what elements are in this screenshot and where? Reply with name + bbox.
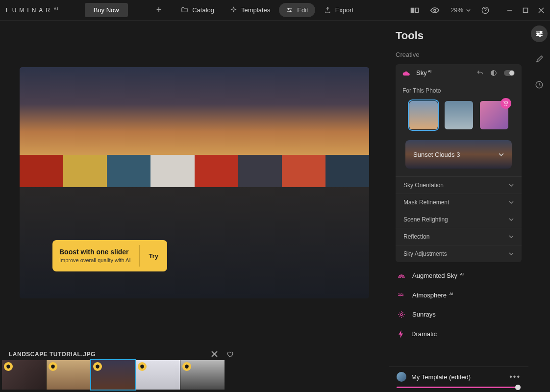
maximize-icon[interactable] (523, 7, 528, 13)
tool-sunrays[interactable]: Sunrays (396, 305, 522, 324)
cart-badge[interactable] (500, 98, 511, 109)
sliders-icon (286, 6, 293, 14)
svg-rect-4 (411, 8, 414, 12)
rainbow-icon (398, 273, 405, 279)
nav-templates-label: Templates (241, 6, 270, 14)
folder-icon (181, 6, 188, 14)
reject-icon[interactable] (211, 351, 218, 357)
boost-subtitle: Improve overall quality with AI (59, 257, 134, 264)
waves-icon (398, 292, 405, 298)
thumb-1[interactable] (2, 360, 46, 390)
rail-history-button[interactable] (531, 76, 548, 93)
chevron-down-icon (509, 218, 514, 221)
chevron-down-icon (499, 153, 504, 156)
main-photo[interactable]: Boost with one slider Improve overall qu… (20, 67, 369, 298)
svg-point-2 (288, 8, 290, 10)
section-creative: Creative (396, 51, 522, 58)
nav-export-label: Export (335, 6, 354, 14)
acc-scene-relighting[interactable]: Scene Relighting (396, 211, 522, 228)
adjust-icon (535, 30, 544, 37)
tool-augmented-sky[interactable]: Augmented Sky AI (396, 266, 522, 285)
thumb-2[interactable] (47, 360, 91, 390)
preview-icon[interactable] (430, 7, 440, 14)
brush-icon (535, 55, 544, 64)
tool-augmented-label: Augmented Sky AI (412, 272, 520, 279)
tool-sunrays-label: Sunrays (412, 311, 520, 318)
bolt-icon (398, 330, 404, 338)
buy-now-button[interactable]: Buy Now (85, 3, 128, 17)
nav-catalog-label: Catalog (192, 6, 214, 14)
thumb-3[interactable] (91, 360, 135, 390)
sky-tool-name: SkyAI (416, 69, 471, 76)
filmstrip (2, 360, 225, 390)
acc-sky-adjustments[interactable]: Sky Adjustments (396, 245, 522, 262)
topbar-right: 29% (410, 6, 544, 14)
chevron-down-icon (509, 252, 514, 255)
template-bar: My Template (edited) ••• (389, 367, 528, 392)
panel-title: Tools (396, 29, 522, 42)
compare-icon[interactable] (410, 7, 419, 14)
undo-icon[interactable] (476, 70, 483, 76)
nav-templates[interactable]: Templates (223, 3, 277, 17)
rail-brush-button[interactable] (531, 51, 548, 68)
acc-sky-orientation[interactable]: Sky Orientation (396, 177, 522, 194)
nav-edit[interactable]: Edit (279, 3, 315, 17)
sky-thumb-3[interactable] (480, 101, 508, 129)
template-menu-button[interactable]: ••• (509, 372, 521, 381)
help-icon[interactable] (481, 6, 489, 14)
thumb-4[interactable] (136, 360, 180, 390)
favorite-icon[interactable] (226, 351, 233, 358)
sky-tool-card: SkyAI For This Photo Sunset Cloud (396, 64, 522, 262)
zoom-control[interactable]: 29% (450, 6, 471, 14)
sky-toggle[interactable] (504, 70, 515, 76)
chevron-down-icon (509, 184, 514, 187)
svg-point-21 (539, 35, 541, 36)
filename-bar: LANDSCAPE TUTORIAL.JPG (9, 351, 389, 358)
add-button[interactable]: + (153, 5, 165, 15)
history-icon (535, 80, 544, 89)
boost-title: Boost with one slider (59, 248, 134, 256)
acc-mask-refinement[interactable]: Mask Refinement (396, 194, 522, 211)
svg-rect-9 (524, 8, 528, 12)
topbar: LUMINARAI Buy Now + Catalog Templates Ed… (0, 0, 550, 21)
nav-export[interactable]: Export (317, 3, 361, 17)
for-this-photo-label: For This Photo (402, 87, 515, 94)
svg-rect-5 (415, 8, 418, 12)
sparkle-icon (230, 6, 237, 14)
tool-atmosphere-label: Atmosphere AI (412, 292, 520, 299)
svg-point-19 (540, 31, 542, 33)
nav-catalog[interactable]: Catalog (174, 3, 221, 17)
template-name: My Template (edited) (411, 373, 504, 381)
mask-icon[interactable] (490, 70, 497, 76)
main-nav: + Catalog Templates Edit Export (153, 3, 361, 17)
template-slider[interactable] (397, 387, 521, 388)
svg-point-6 (434, 9, 436, 11)
nav-edit-label: Edit (297, 6, 308, 14)
template-avatar (397, 372, 406, 382)
chevron-down-icon (509, 201, 514, 204)
sky-thumb-1[interactable] (409, 101, 438, 129)
sunrays-icon (398, 311, 405, 318)
tool-dramatic-label: Dramatic (411, 330, 520, 338)
rail-adjust-button[interactable] (531, 25, 548, 42)
right-rail (528, 21, 550, 392)
sky-tool-header[interactable]: SkyAI (396, 64, 522, 81)
svg-point-20 (537, 33, 539, 35)
acc-reflection[interactable]: Reflection (396, 228, 522, 245)
sky-preset-label: Sunset Clouds 3 (413, 151, 499, 158)
svg-point-15 (400, 314, 402, 316)
svg-point-3 (290, 11, 291, 12)
boost-try-button[interactable]: Try (140, 252, 167, 260)
boost-card: Boost with one slider Improve overall qu… (52, 240, 167, 271)
thumb-5[interactable] (180, 360, 225, 390)
close-icon[interactable] (538, 7, 544, 13)
export-icon (324, 6, 331, 14)
cloud-icon (402, 70, 410, 76)
tool-atmosphere[interactable]: Atmosphere AI (396, 286, 522, 305)
sky-preset-select[interactable]: Sunset Clouds 3 (405, 140, 512, 169)
chevron-down-icon (509, 235, 514, 238)
tool-dramatic[interactable]: Dramatic (396, 324, 522, 344)
canvas-area: Boost with one slider Improve overall qu… (0, 21, 389, 392)
minimize-icon[interactable] (507, 7, 513, 13)
sky-thumb-2[interactable] (445, 101, 473, 129)
